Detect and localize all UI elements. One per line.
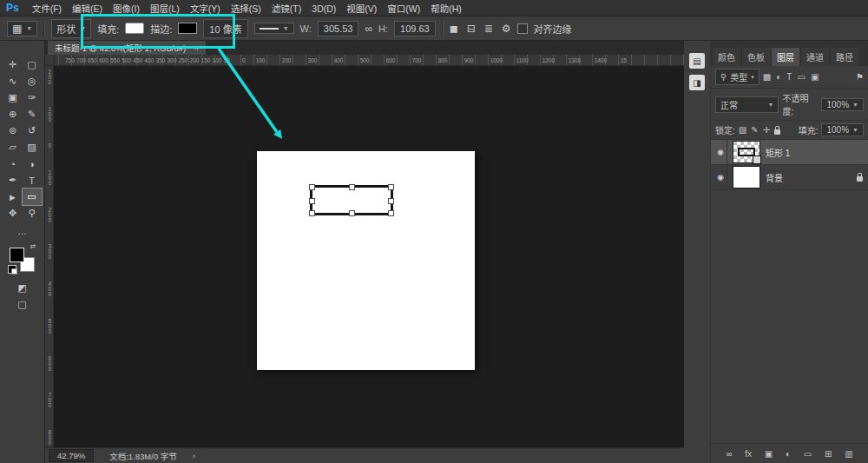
layer-name[interactable]: 矩形 1 — [766, 146, 849, 159]
filter-type-layers-icon[interactable]: T — [786, 73, 792, 82]
menu-item[interactable]: 图层(L) — [145, 3, 185, 14]
path-alignment-icon[interactable]: ⊟ — [467, 23, 476, 34]
transform-handle[interactable] — [388, 184, 394, 190]
filter-smart-objects-icon[interactable]: ▣ — [811, 73, 819, 82]
tab-color[interactable]: 颜色 — [713, 48, 740, 66]
filter-adjustment-layers-icon[interactable]: ◐ — [776, 73, 781, 82]
fill-opacity-dropdown[interactable]: 100% ▼ — [821, 123, 864, 136]
quick-selection-tool[interactable]: ◎ — [23, 73, 42, 89]
hand-tool[interactable]: ✥ — [3, 205, 23, 222]
close-icon[interactable]: × — [194, 43, 199, 53]
menu-item[interactable]: 帮助(H) — [425, 3, 467, 14]
transform-handle[interactable] — [388, 210, 394, 216]
transform-handle[interactable] — [309, 210, 315, 216]
lock-transparency-icon[interactable]: ▨ — [739, 126, 746, 135]
menu-item[interactable]: 选择(S) — [226, 3, 266, 14]
layer-thumbnail[interactable] — [733, 141, 760, 163]
add-layer-mask-icon[interactable]: ▣ — [765, 449, 773, 459]
brush-tool[interactable]: ✎ — [23, 106, 42, 122]
edit-toolbar-button[interactable]: … — [17, 226, 27, 236]
adjustment-layer-icon[interactable]: ◐ — [786, 449, 791, 459]
settings-gear-icon[interactable]: ⚙ — [502, 23, 511, 34]
status-chevron-icon[interactable]: › — [193, 451, 195, 460]
menu-item[interactable]: 窗口(W) — [382, 3, 425, 14]
pasteboard[interactable] — [54, 66, 684, 447]
transform-handle[interactable] — [349, 184, 355, 190]
swap-colors-icon[interactable]: ⇄ — [30, 242, 36, 250]
layer-row[interactable]: ◉ 矩形 1 — [711, 140, 868, 165]
eyedropper-tool[interactable]: ✑ — [23, 89, 42, 106]
new-layer-icon[interactable]: ⊞ — [825, 449, 832, 459]
spot-healing-brush-tool[interactable]: ⊕ — [3, 106, 23, 122]
new-group-icon[interactable]: ▭ — [804, 449, 812, 459]
menu-item[interactable]: 文字(Y) — [185, 3, 226, 14]
move-tool[interactable]: ✛ — [3, 56, 23, 73]
collapsed-panel-icon-1[interactable]: ▤ — [689, 53, 705, 69]
link-dimensions-icon[interactable]: ∞ — [365, 23, 372, 34]
menu-item[interactable]: 图像(I) — [108, 3, 145, 14]
history-brush-tool[interactable]: ↺ — [23, 122, 42, 139]
collapsed-panel-icon-2[interactable]: ◨ — [689, 75, 705, 90]
menu-item[interactable]: 视图(V) — [341, 3, 382, 14]
stroke-color-swatch[interactable] — [178, 23, 197, 34]
transform-handle[interactable] — [388, 198, 394, 204]
gradient-tool[interactable]: ▨ — [23, 139, 42, 155]
shape-width-input[interactable]: 305.53 — [318, 21, 359, 36]
zoom-tool[interactable]: ⚲ — [23, 205, 42, 222]
menu-item[interactable]: 文件(F) — [27, 3, 67, 14]
blend-mode-dropdown[interactable]: 正常 ▼ — [715, 96, 779, 113]
blur-tool[interactable]: ◔ — [3, 155, 23, 172]
transform-handle[interactable] — [309, 198, 315, 204]
tool-mode-dropdown[interactable]: 形状 ▼ — [51, 19, 91, 38]
layer-style-icon[interactable]: fx — [745, 449, 752, 459]
type-tool[interactable]: T — [23, 172, 42, 189]
shape-height-input[interactable]: 109.63 — [394, 21, 436, 36]
lasso-tool[interactable]: ∿ — [3, 73, 23, 89]
combine-shapes-icon[interactable]: ◼ — [450, 23, 458, 34]
lock-pixels-icon[interactable]: ✎ — [751, 126, 758, 135]
tab-layers[interactable]: 图层 — [772, 48, 799, 66]
align-edges-checkbox[interactable] — [517, 23, 528, 34]
layer-name[interactable]: 背景 — [766, 171, 849, 184]
fill-color-swatch[interactable] — [125, 23, 144, 34]
delete-layer-icon[interactable]: ▥ — [845, 449, 852, 459]
path-selection-tool[interactable]: ► — [3, 189, 23, 205]
eraser-tool[interactable]: ▱ — [3, 139, 23, 155]
default-colors-icon[interactable] — [8, 265, 16, 274]
dodge-tool[interactable]: ◑ — [23, 155, 42, 172]
menu-item[interactable]: 编辑(E) — [67, 3, 108, 14]
rectangle-shape[interactable] — [310, 185, 393, 215]
pen-tool[interactable]: ✒ — [3, 172, 23, 189]
filter-pixel-layers-icon[interactable]: ▩ — [763, 73, 771, 82]
document-tab[interactable]: 未标题-1 @ 42.0%(矩形 1, RGB/8#) × — [48, 41, 206, 55]
rectangle-tool[interactable]: ▭ — [23, 189, 42, 205]
layer-visibility-icon[interactable]: ◉ — [714, 140, 727, 164]
lock-all-icon[interactable] — [774, 129, 780, 135]
stroke-width-input[interactable]: 10 像素 — [203, 19, 247, 38]
filter-toggle-icon[interactable]: ⚑ — [856, 73, 864, 82]
transform-handle[interactable] — [349, 210, 355, 216]
lock-position-icon[interactable]: ✛ — [763, 126, 770, 135]
zoom-level-field[interactable]: 42.79% — [49, 449, 94, 462]
opacity-dropdown[interactable]: 100% ▼ — [821, 98, 864, 111]
layer-thumbnail[interactable] — [733, 166, 760, 189]
layer-row[interactable]: ◉ 背景 — [711, 165, 868, 190]
screen-mode-icon[interactable]: ▢ — [17, 299, 26, 310]
menu-item[interactable]: 3D(D) — [306, 3, 341, 14]
clone-stamp-tool[interactable]: ⊚ — [3, 122, 23, 139]
document-canvas[interactable] — [257, 151, 475, 370]
link-layers-icon[interactable]: ∞ — [726, 449, 732, 459]
transform-handle[interactable] — [309, 184, 315, 190]
menu-item[interactable]: 滤镜(T) — [266, 3, 306, 14]
layer-filter-dropdown[interactable]: ⚲ 类型 ▾ — [715, 69, 760, 85]
path-arrange-icon[interactable]: ≣ — [484, 23, 493, 34]
tab-channels[interactable]: 通道 — [801, 48, 829, 66]
tab-paths[interactable]: 路径 — [831, 48, 858, 66]
stroke-type-dropdown[interactable]: ▼ — [254, 23, 294, 34]
tool-preset-dropdown[interactable]: ▦ ▼ — [7, 21, 37, 36]
foreground-color-swatch[interactable] — [10, 248, 24, 262]
layer-visibility-icon[interactable]: ◉ — [714, 165, 727, 189]
crop-tool[interactable]: ▣ — [3, 89, 23, 106]
tab-swatches[interactable]: 色板 — [742, 48, 770, 66]
rectangular-marquee-tool[interactable]: ▢ — [23, 56, 42, 73]
